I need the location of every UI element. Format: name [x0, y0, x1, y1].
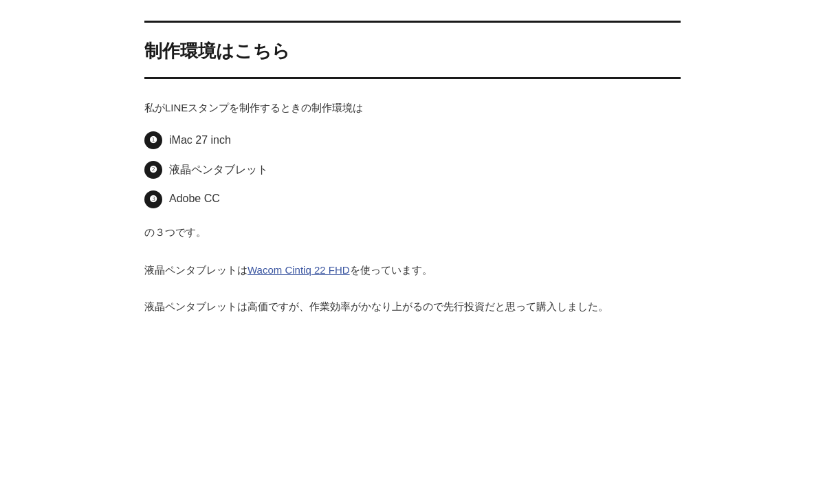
list-label-3: Adobe CC	[169, 189, 220, 209]
paragraph-1-after: を使っています。	[350, 264, 432, 276]
list-number-2: ❷	[144, 161, 162, 179]
page-container: 制作環境はこちら 私がLINEスタンプを制作するときの制作環境は ❶ iMac …	[117, 0, 708, 374]
list-item: ❸ Adobe CC	[144, 189, 681, 209]
summary-text: の３つです。	[144, 223, 681, 241]
list-label-1: iMac 27 inch	[169, 131, 231, 151]
items-list: ❶ iMac 27 inch ❷ 液晶ペンタブレット ❸ Adobe CC	[144, 131, 681, 209]
list-label-2: 液晶ペンタブレット	[169, 160, 268, 180]
list-item: ❶ iMac 27 inch	[144, 131, 681, 151]
wacom-link[interactable]: Wacom Cintiq 22 FHD	[248, 264, 350, 276]
paragraph-1-before: 液晶ペンタブレットは	[144, 264, 248, 276]
list-item: ❷ 液晶ペンタブレット	[144, 160, 681, 180]
intro-text: 私がLINEスタンプを制作するときの制作環境は	[144, 98, 681, 117]
list-number-3: ❸	[144, 190, 162, 208]
paragraph-1: 液晶ペンタブレットはWacom Cintiq 22 FHDを使っています。	[144, 261, 681, 281]
paragraph-2: 液晶ペンタブレットは高価ですが、作業効率がかなり上がるので先行投資だと思って購入…	[144, 297, 681, 317]
page-title: 制作環境はこちら	[144, 21, 681, 79]
list-number-1: ❶	[144, 131, 162, 149]
